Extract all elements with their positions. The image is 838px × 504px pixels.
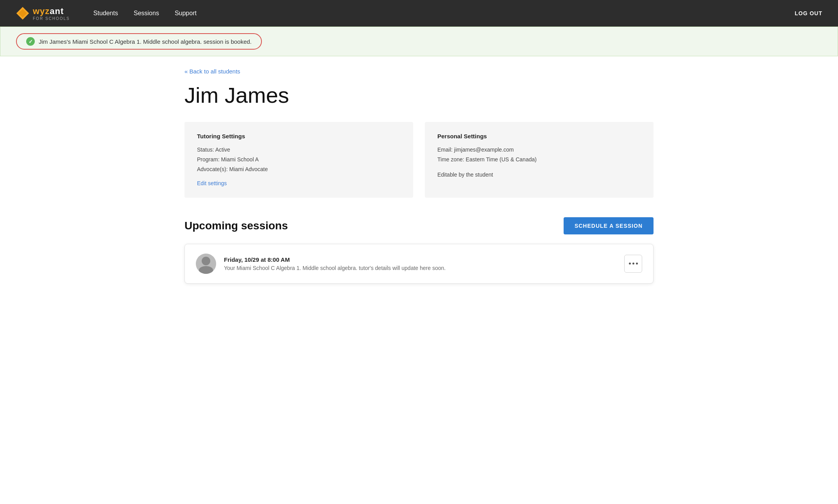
tutoring-settings-heading: Tutoring Settings <box>197 133 401 139</box>
sessions-title: Upcoming sessions <box>184 220 288 232</box>
sessions-header: Upcoming sessions SCHEDULE A SESSION <box>184 217 654 234</box>
avatar <box>196 254 216 274</box>
session-description: Your Miami School C Algebra 1. Middle sc… <box>224 265 616 271</box>
alert-banner: Jim James's Miami School C Algebra 1. Mi… <box>0 27 838 56</box>
tutoring-advocates: Advocate(s): Miami Advocate <box>197 166 268 172</box>
back-link[interactable]: « Back to all students <box>184 68 240 75</box>
session-menu-button[interactable] <box>624 255 642 273</box>
tutoring-status: Status: Active <box>197 147 230 153</box>
session-info: Friday, 10/29 at 8:00 AM Your Miami Scho… <box>224 256 616 271</box>
personal-settings-heading: Personal Settings <box>437 133 641 139</box>
tutoring-settings-card: Tutoring Settings Status: Active Program… <box>184 122 413 198</box>
settings-row: Tutoring Settings Status: Active Program… <box>184 122 654 198</box>
nav-sessions[interactable]: Sessions <box>134 10 159 17</box>
logout-button[interactable]: LOG OUT <box>795 10 822 16</box>
edit-settings-link[interactable]: Edit settings <box>197 180 227 186</box>
personal-settings-card: Personal Settings Email: jimjames@exampl… <box>425 122 654 198</box>
main-content: « Back to all students Jim James Tutorin… <box>161 56 677 307</box>
logo-text: wyzant FOR SCHOOLS <box>33 6 70 21</box>
personal-timezone: Time zone: Eastern Time (US & Canada) <box>437 156 537 163</box>
alert-highlight: Jim James's Miami School C Algebra 1. Mi… <box>16 33 262 50</box>
logo: wyzant FOR SCHOOLS <box>16 6 70 21</box>
dots-icon <box>629 263 638 265</box>
avatar-head <box>202 257 210 265</box>
student-name: Jim James <box>184 82 654 108</box>
personal-email: Email: jimjames@example.com <box>437 147 514 153</box>
navbar: wyzant FOR SCHOOLS Students Sessions Sup… <box>0 0 838 27</box>
schedule-session-button[interactable]: SCHEDULE A SESSION <box>564 217 654 234</box>
editable-note: Editable by the student <box>437 170 641 180</box>
tutoring-program: Program: Miami School A <box>197 156 259 163</box>
avatar-body <box>199 266 213 274</box>
logo-sub: FOR SCHOOLS <box>33 16 70 21</box>
alert-text: Jim James's Miami School C Algebra 1. Mi… <box>39 38 252 45</box>
logo-brand: wyzant <box>33 6 70 16</box>
session-card: Friday, 10/29 at 8:00 AM Your Miami Scho… <box>184 244 654 284</box>
success-icon <box>26 37 35 46</box>
nav-students[interactable]: Students <box>93 10 118 17</box>
nav-support[interactable]: Support <box>175 10 197 17</box>
nav-links: Students Sessions Support <box>93 10 795 17</box>
session-date: Friday, 10/29 at 8:00 AM <box>224 256 616 263</box>
